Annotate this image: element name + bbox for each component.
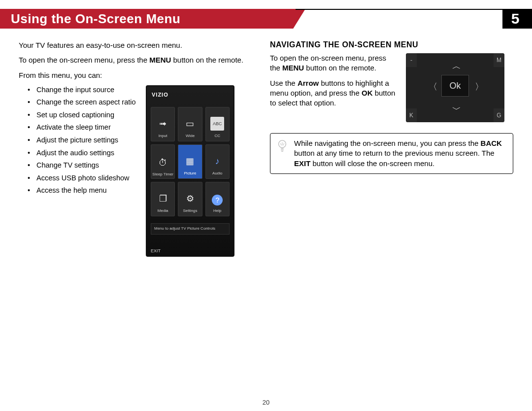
text: button on the remote. [171,56,243,64]
menu-tile-sleep-timer: ⏱Sleep Timer [151,144,175,179]
tile-label: Media [158,208,168,214]
media-icon: ❐ [156,192,170,206]
tip-callout: While navigating the on-screen menu, you… [270,133,513,174]
menu-bold: MENU [149,56,171,64]
help-icon: ? [212,195,223,206]
gear-icon: ⚙ [183,192,197,206]
page-title: Using the On-Screen Menu [0,9,305,29]
nav-p1: To open the on-screen menu, press the ME… [270,53,398,73]
nav-p2: Use the Arrow buttons to highlight a men… [270,78,398,108]
from-menu-text: From this menu, you can: [19,70,255,80]
tv-exit-label: EXIT [151,248,161,254]
cc-icon: ABC [210,117,224,131]
page-number: 20 [0,399,532,406]
chapter-number: 5 [502,9,532,29]
nav-instructions: To open the on-screen menu, press the ME… [270,53,398,113]
ok-button-label: Ok [441,75,469,97]
audio-icon: ♪ [210,154,224,168]
remote-key-fragment: G [494,108,504,122]
intro-text: Your TV features an easy-to-use on-scree… [19,40,255,50]
input-icon: ➟ [156,117,170,131]
remote-key-fragment: - [406,53,417,67]
arrow-up-icon: ︿ [452,60,461,72]
list-item: Set up closed captioning [28,110,137,120]
text: While navigating the on-screen menu, you… [294,139,481,147]
tile-label: Audio [212,171,222,176]
list-item: Change the input source [28,85,137,95]
list-item: Adjust the audio settings [28,148,137,158]
picture-icon: ▦ [183,154,197,168]
tile-label: CC [215,134,221,139]
list-item: Change the screen aspect ratio [28,98,137,107]
text: Use the [270,79,298,87]
menu-tile-wide: ▭Wide [178,107,202,141]
tile-label: Input [159,134,167,139]
menu-tile-settings: ⚙Settings [178,182,202,216]
svg-line-5 [283,143,284,145]
tv-status-bar: Menu to adjust TV Picture Controls [151,223,230,235]
list-item: Access USB photo slideshow [28,173,137,183]
tile-label: Help [213,208,221,214]
text: button on the remote. [304,64,376,72]
remote-key-fragment: K [406,108,417,122]
menu-tile-input: ➟Input [151,107,175,141]
text: To open the on-screen menu, press the [19,56,149,64]
list-item: Adjust the picture settings [28,136,137,145]
section-heading: NAVIGATING THE ON-SCREEN MENU [270,40,513,49]
menu-tile-help: ?Help [205,182,230,216]
tile-label: Sleep Timer [152,172,173,176]
remote-key-fragment: M [494,53,504,67]
feature-bullet-list: Change the input source Change the scree… [19,85,137,257]
menu-bold: MENU [282,64,304,72]
exit-bold: EXIT [294,159,310,168]
wide-icon: ▭ [183,117,197,131]
svg-line-4 [280,143,281,145]
open-menu-instruction: To open the on-screen menu, press the ME… [19,55,255,65]
menu-tile-picture: ▦Picture [178,144,202,179]
tv-brand-label: VIZIO [152,91,168,99]
list-item: Change TV settings [28,161,137,171]
menu-tile-audio: ♪Audio [205,144,230,179]
arrow-right-icon: 〉 [475,81,484,93]
menu-tile-cc: ABCCC [205,107,230,141]
back-bold: BACK [481,139,502,147]
text: button will close the on-screen menu. [310,159,434,168]
menu-tile-media: ❐Media [151,182,175,216]
lightbulb-icon [276,139,288,152]
tv-menu-screenshot: VIZIO ➟Input ▭Wide ABCCC ⏱Sleep Timer ▦P… [146,85,234,257]
header-rule [296,9,505,10]
tile-label: Wide [186,134,195,139]
remote-dpad-illustration: - M K G ︿ ﹀ 〈 〉 Ok [406,53,504,122]
text: button at any time to return to the prev… [294,149,495,157]
list-item: Activate the sleep timer [28,123,137,133]
clock-icon: ⏱ [156,156,170,170]
left-column: Your TV features an easy-to-use on-scree… [19,40,255,257]
arrow-bold: Arrow [298,79,319,87]
arrow-left-icon: 〈 [429,81,437,93]
arrow-down-icon: ﹀ [452,103,461,115]
page-header: Using the On-Screen Menu 5 [0,9,532,29]
tv-menu-grid: ➟Input ▭Wide ABCCC ⏱Sleep Timer ▦Picture… [151,107,230,216]
tile-label: Picture [184,171,197,176]
right-column: NAVIGATING THE ON-SCREEN MENU To open th… [270,40,513,257]
tile-label: Settings [183,208,198,214]
list-item: Access the help menu [28,186,137,196]
ok-bold: OK [362,89,373,97]
